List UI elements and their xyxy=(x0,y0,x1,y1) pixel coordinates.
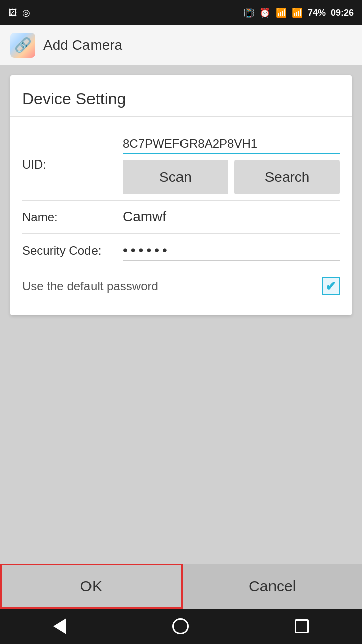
scan-search-row: Scan Search xyxy=(123,160,340,194)
vibrate-icon: 📳 xyxy=(243,7,254,18)
uid-row: UID: Scan Search xyxy=(22,129,340,201)
bottom-buttons: OK Cancel xyxy=(0,564,362,609)
security-code-input[interactable] xyxy=(123,240,340,261)
signal-icon: 📶 xyxy=(292,7,303,18)
alarm-icon: ⏰ xyxy=(259,7,270,18)
app-logo: 🔗 xyxy=(10,33,35,58)
search-button[interactable]: Search xyxy=(234,160,340,194)
wifi-icon: 📶 xyxy=(276,7,287,18)
ok-button[interactable]: OK xyxy=(0,564,183,609)
home-button[interactable] xyxy=(172,618,189,634)
app-bar: 🔗 Add Camera xyxy=(0,25,362,65)
card-divider xyxy=(10,116,352,117)
device-setting-card: Device Setting UID: Scan Search Name: Se… xyxy=(10,75,352,315)
recents-button[interactable] xyxy=(295,619,309,633)
image-icon: 🖼 xyxy=(8,8,17,18)
default-password-row: Use the default password ✔ xyxy=(22,267,340,299)
default-password-label: Use the default password xyxy=(22,279,158,293)
uid-input[interactable] xyxy=(123,135,340,154)
checkmark-icon: ✔ xyxy=(325,279,336,294)
main-content: Device Setting UID: Scan Search Name: Se… xyxy=(0,65,362,564)
clock: 09:26 xyxy=(331,8,354,18)
scan-button[interactable]: Scan xyxy=(123,160,228,194)
back-button[interactable] xyxy=(53,618,66,634)
name-input[interactable] xyxy=(123,207,340,227)
app-title: Add Camera xyxy=(43,37,122,53)
name-input-area xyxy=(123,207,340,227)
security-code-label: Security Code: xyxy=(22,244,123,258)
uid-input-area: Scan Search xyxy=(123,135,340,194)
status-bar: 🖼 ◎ 📳 ⏰ 📶 📶 74% 09:26 xyxy=(0,0,362,25)
name-label: Name: xyxy=(22,210,123,224)
default-password-checkbox[interactable]: ✔ xyxy=(322,277,340,295)
camera-status-icon: ◎ xyxy=(22,7,30,18)
battery-percentage: 74% xyxy=(308,8,326,18)
cancel-button[interactable]: Cancel xyxy=(183,564,363,609)
security-code-row: Security Code: xyxy=(22,234,340,267)
uid-label: UID: xyxy=(22,157,123,172)
security-code-input-area xyxy=(123,240,340,261)
name-row: Name: xyxy=(22,201,340,234)
nav-bar xyxy=(0,609,362,644)
card-title: Device Setting xyxy=(22,90,340,108)
